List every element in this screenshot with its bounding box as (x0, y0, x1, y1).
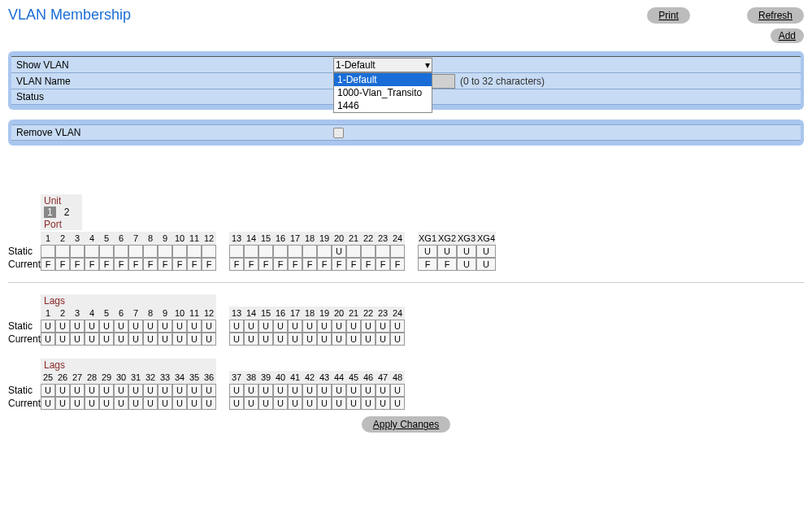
port-cell[interactable]: U (258, 384, 273, 397)
port-cell[interactable] (317, 245, 332, 258)
port-cell[interactable]: U (172, 384, 187, 397)
port-cell[interactable]: U (114, 384, 128, 397)
vlan-option-transito[interactable]: 1000-Vlan_Transito (334, 86, 432, 99)
port-cell[interactable] (55, 245, 70, 258)
port-cell[interactable]: U (114, 320, 128, 333)
port-cell[interactable] (85, 245, 99, 258)
port-cell[interactable]: U (317, 320, 332, 333)
port-cell[interactable] (99, 245, 114, 258)
port-cell[interactable]: U (476, 245, 496, 258)
port-cell[interactable]: U (332, 320, 346, 333)
port-cell[interactable] (361, 245, 376, 258)
port-head: 46 (361, 371, 376, 384)
port-cell[interactable]: U (457, 245, 476, 258)
port-cell[interactable]: U (229, 384, 244, 397)
port-cell[interactable]: U (437, 245, 457, 258)
port-cell: U (114, 333, 128, 346)
port-head: 20 (332, 232, 346, 245)
show-vlan-label: Show VLAN (16, 59, 333, 71)
port-cell[interactable] (202, 245, 216, 258)
port-cell[interactable]: U (244, 320, 258, 333)
port-cell[interactable]: U (143, 320, 158, 333)
port-cell[interactable]: U (99, 384, 114, 397)
port-cell[interactable]: U (229, 320, 244, 333)
port-cell[interactable] (187, 245, 202, 258)
port-cell[interactable]: U (288, 320, 302, 333)
port-cell[interactable]: U (376, 320, 390, 333)
port-cell[interactable]: U (258, 320, 273, 333)
port-cell[interactable]: U (70, 320, 85, 333)
port-cell[interactable] (376, 245, 390, 258)
unit-label: Unit (41, 194, 76, 207)
port-cell[interactable] (128, 245, 143, 258)
port-cell[interactable]: U (418, 245, 437, 258)
port-cell[interactable]: U (273, 384, 288, 397)
port-cell[interactable] (70, 245, 85, 258)
port-cell[interactable]: U (202, 384, 216, 397)
unit-2[interactable]: 2 (61, 207, 73, 218)
port-cell[interactable] (143, 245, 158, 258)
port-cell[interactable] (273, 245, 288, 258)
port-cell[interactable]: U (302, 320, 317, 333)
port-cell[interactable]: U (158, 384, 172, 397)
vlan-option-default[interactable]: 1-Default (334, 73, 432, 86)
port-cell[interactable]: U (376, 384, 390, 397)
port-cell[interactable]: U (390, 384, 405, 397)
port-cell[interactable]: U (55, 320, 70, 333)
show-vlan-select[interactable]: 1-Default ▾ (333, 58, 432, 72)
port-cell[interactable] (288, 245, 302, 258)
port-cell[interactable]: U (346, 320, 361, 333)
port-cell[interactable]: U (55, 384, 70, 397)
port-cell[interactable]: U (158, 320, 172, 333)
port-cell[interactable] (114, 245, 128, 258)
remove-vlan-checkbox[interactable] (333, 128, 344, 138)
port-cell[interactable] (41, 245, 55, 258)
port-cell[interactable]: U (70, 384, 85, 397)
port-cell[interactable] (258, 245, 273, 258)
port-cell[interactable]: U (85, 384, 99, 397)
port-cell[interactable]: U (346, 384, 361, 397)
port-cell[interactable] (390, 245, 405, 258)
port-cell[interactable]: U (302, 384, 317, 397)
port-cell[interactable]: U (187, 384, 202, 397)
vlan-option-1446[interactable]: 1446 (334, 99, 432, 112)
port-cell[interactable]: U (317, 384, 332, 397)
add-button[interactable]: Add (771, 28, 804, 43)
port-cell[interactable]: U (128, 320, 143, 333)
port-cell[interactable]: U (41, 384, 55, 397)
port-cell: F (376, 258, 390, 271)
port-cell[interactable]: U (128, 384, 143, 397)
apply-changes-button[interactable]: Apply Changes (362, 416, 450, 433)
port-cell: U (273, 397, 288, 410)
port-cell[interactable]: U (41, 320, 55, 333)
port-cell[interactable] (158, 245, 172, 258)
port-cell[interactable] (172, 245, 187, 258)
unit-1[interactable]: 1 (44, 207, 56, 218)
port-head: 4 (85, 307, 99, 320)
port-cell[interactable]: U (99, 320, 114, 333)
port-cell[interactable]: U (390, 320, 405, 333)
port-cell[interactable]: U (332, 384, 346, 397)
port-cell[interactable]: U (361, 384, 376, 397)
port-cell[interactable]: U (332, 245, 346, 258)
port-cell: F (229, 258, 244, 271)
port-cell[interactable] (244, 245, 258, 258)
port-cell[interactable]: U (244, 384, 258, 397)
port-cell[interactable]: U (273, 320, 288, 333)
port-cell[interactable]: U (187, 320, 202, 333)
print-button[interactable]: Print (647, 7, 690, 24)
port-cell[interactable]: U (361, 320, 376, 333)
port-cell[interactable] (346, 245, 361, 258)
port-cell[interactable] (302, 245, 317, 258)
port-cell[interactable]: U (288, 384, 302, 397)
port-cell[interactable]: U (172, 320, 187, 333)
port-cell: F (128, 258, 143, 271)
refresh-button[interactable]: Refresh (747, 7, 804, 24)
port-cell[interactable]: U (202, 320, 216, 333)
port-cell[interactable]: U (85, 320, 99, 333)
port-cell[interactable]: U (143, 384, 158, 397)
port-cell: F (437, 258, 457, 271)
port-head: 11 (187, 307, 202, 320)
port-cell: F (114, 258, 128, 271)
port-cell[interactable] (229, 245, 244, 258)
